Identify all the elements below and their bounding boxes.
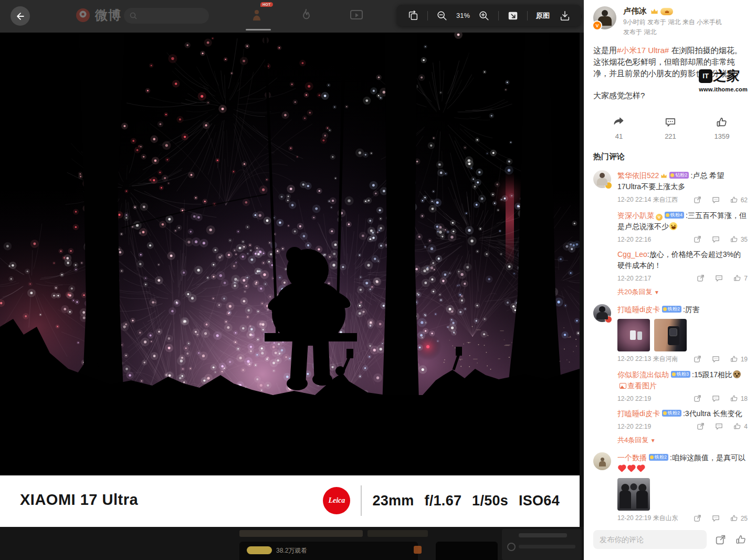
comment-reply-button[interactable]: [715, 422, 723, 430]
commenter-name[interactable]: 你似影流出似劫: [617, 370, 669, 379]
comment-like-count: 4: [744, 423, 748, 430]
share-box-icon: [715, 534, 726, 545]
comment-like-button[interactable]: 4: [733, 422, 748, 430]
comment-meta: 12-20 22:19 来自山东25: [617, 514, 748, 523]
weibo-eye-icon: [75, 7, 91, 24]
comment-content: 打瞌睡di皮卡铁粉2:3代ultra 长焦变化: [617, 408, 748, 419]
comment-bubble-icon: [712, 355, 720, 363]
comment-like-button[interactable]: 7: [733, 274, 748, 282]
hot-comments-heading: 热门评论: [593, 152, 748, 162]
comment-item: 一个数播铁粉2:咱婶这颜值，是真可以12-20 22:19 来自山东25Jaso…: [593, 452, 748, 524]
search-icon: [129, 12, 138, 20]
comment-reply-button[interactable]: [712, 395, 720, 402]
comment-like-button[interactable]: 62: [730, 196, 748, 204]
commenter-avatar[interactable]: [593, 170, 611, 188]
comment-time: 12-20 22:19: [617, 423, 651, 430]
download-button[interactable]: [558, 9, 572, 23]
share-post-button[interactable]: [714, 533, 727, 546]
commenter-name[interactable]: 资深小趴菜: [617, 211, 654, 220]
comment-share-button[interactable]: [694, 235, 701, 243]
comment-share-button[interactable]: [694, 395, 701, 402]
nav-hot-icon[interactable]: [250, 7, 266, 23]
verified-badge: V: [592, 20, 602, 30]
comment-content: Cgg_Leo:放心，价格绝不会超过3%的硬件成本的！: [617, 249, 748, 271]
share-box-icon: [694, 514, 701, 522]
thumb-up-icon: [730, 395, 738, 402]
more-replies-link[interactable]: 共20条回复 ▼: [617, 287, 748, 297]
comment-bubble-icon: [712, 395, 720, 402]
like-stat[interactable]: 1359: [696, 117, 748, 140]
commenter-name[interactable]: 一个数播: [617, 453, 647, 462]
comment-share-button[interactable]: [694, 355, 701, 363]
toolbar-divider: [498, 11, 499, 20]
comment-share-button[interactable]: [694, 196, 701, 204]
comment-like-count: 62: [741, 196, 748, 204]
zoom-in-button[interactable]: [477, 9, 491, 23]
active-tab-underline: [246, 29, 271, 30]
comment-reply-button[interactable]: [712, 196, 720, 204]
comment-like-count: 18: [741, 395, 748, 402]
zoom-out-button[interactable]: [435, 9, 449, 23]
original-image-button[interactable]: 原图: [535, 10, 551, 22]
comment-share-button[interactable]: [697, 274, 705, 282]
comment-count: 221: [645, 132, 696, 140]
comment-like-button[interactable]: 18: [730, 395, 748, 402]
author-avatar[interactable]: V: [593, 6, 616, 29]
comment-input[interactable]: [593, 530, 707, 549]
commenter-name[interactable]: Cgg_Leo: [617, 250, 647, 258]
commenter-name[interactable]: 打瞌睡di皮卡: [617, 409, 660, 418]
comment-reply-button[interactable]: [715, 274, 723, 282]
nav-video-icon[interactable]: [349, 7, 364, 23]
comment-share-button[interactable]: [697, 422, 705, 430]
weibo-logo[interactable]: 微博: [75, 7, 121, 24]
comment-reply-button[interactable]: [712, 235, 720, 243]
reply-item: 你似影流出似劫铁粉3:15跟17相比查看图片12-20 22:1918: [617, 369, 748, 402]
ithome-url: www.ithome.com: [699, 86, 748, 92]
comment-meta: 12-20 22:13 来自河南19: [617, 355, 748, 364]
commenter-avatar[interactable]: [593, 452, 611, 470]
reply-item: 资深小趴菜V铁粉4:三五百不算涨，但是卢总说涨不少12-20 22:1635: [617, 210, 748, 243]
author-name[interactable]: 卢伟冰: [623, 6, 647, 16]
comment-like-button[interactable]: 19: [730, 355, 748, 363]
fireworks-photo[interactable]: [0, 33, 580, 475]
chevron-down-icon: ▼: [654, 289, 659, 295]
comment-share-button[interactable]: [694, 514, 701, 522]
sidebar-content: V 卢伟冰 9小时前 发布于 湖北 来自 小米手机 发布于 湖北 这是用#小米1…: [584, 0, 756, 524]
comment-meta: 12-20 22:14 来自江西62: [617, 195, 748, 204]
comment-bubble-icon: [712, 235, 720, 243]
comment-image-thumbnail[interactable]: [654, 319, 687, 351]
commenter-name[interactable]: 打瞌睡di皮卡: [617, 305, 660, 314]
nav-flame-icon[interactable]: [298, 7, 314, 23]
commenter-name[interactable]: 繁华依旧522: [617, 171, 659, 180]
fan-badge: 铁粉2: [649, 454, 668, 461]
rotate-image-button[interactable]: [406, 9, 420, 23]
view-image-link[interactable]: 查看图片: [617, 381, 657, 390]
comment-like-button[interactable]: 35: [730, 235, 748, 243]
weibo-navbar: 微博 HOT 31%: [0, 0, 584, 33]
comment-image-thumbnail[interactable]: [617, 478, 650, 511]
like-post-button[interactable]: [734, 533, 748, 546]
comment-stat[interactable]: 221: [645, 117, 696, 140]
share-stat[interactable]: 41: [593, 117, 645, 140]
more-replies-link[interactable]: 共4条回复 ▼: [617, 435, 748, 445]
back-arrow-icon: [15, 11, 26, 22]
views-count: 38.2万观看: [276, 546, 307, 555]
comment-reply-button[interactable]: [712, 355, 720, 363]
commenter-avatar[interactable]: [593, 304, 611, 322]
comment-like-button[interactable]: 25: [730, 514, 748, 522]
comment-item: 打瞌睡di皮卡铁粉2:厉害12-20 22:13 来自河南19你似影流出似劫铁粉…: [593, 304, 748, 445]
share-box-icon: [697, 422, 705, 430]
dimmed-card: [436, 542, 498, 560]
comment-reply-button[interactable]: [712, 514, 720, 522]
zoom-out-icon: [436, 10, 448, 22]
back-button[interactable]: [10, 6, 30, 26]
membership-badge: [660, 8, 673, 15]
hashtag-link[interactable]: #小米17 Ultra#: [617, 46, 669, 55]
comment-time: 12-20 22:14 来自江西: [617, 195, 678, 204]
photo-viewport: XIAOMI 17 Ultra Leica 23mm f/1.67 1/50s …: [0, 33, 580, 527]
comment-image-thumbnail[interactable]: [617, 319, 650, 351]
fit-screen-button[interactable]: [506, 9, 520, 23]
thumb-up-icon: [730, 196, 738, 204]
search-input[interactable]: [124, 8, 209, 24]
device-name: XIAOMI 17 Ultra: [20, 491, 138, 509]
